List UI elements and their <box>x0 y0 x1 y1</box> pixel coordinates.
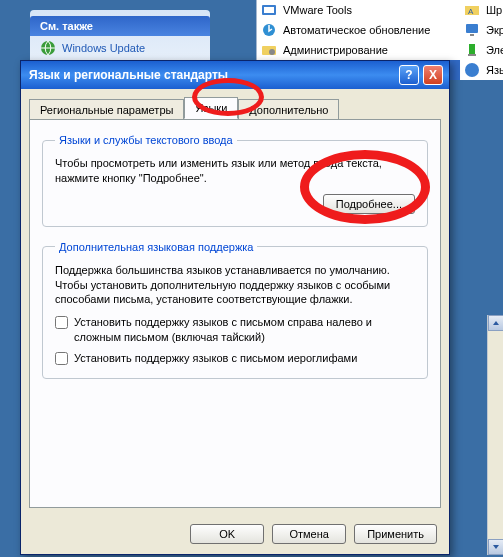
cpl-item-power[interactable]: Элек <box>460 40 503 60</box>
group-supplemental: Дополнительная языковая поддержка Поддер… <box>42 241 428 379</box>
display-icon <box>464 22 480 38</box>
tab-languages[interactable]: Языки <box>184 97 238 119</box>
cpl-item-label: Экра <box>486 24 503 36</box>
see-also-header: См. также <box>30 16 210 36</box>
group-supplemental-desc: Поддержка большинства языков устанавлива… <box>55 263 415 308</box>
checkbox-row-east-asian[interactable]: Установить поддержку языков с письмом ие… <box>55 351 415 366</box>
tab-regional[interactable]: Региональные параметры <box>29 99 184 121</box>
tab-body: Языки и службы текстового ввода Чтобы пр… <box>29 119 441 508</box>
regional-settings-dialog: Язык и региональные стандарты ? X Регион… <box>20 60 450 555</box>
chevron-up-icon <box>492 319 500 327</box>
sidebar-item-windows-update[interactable]: Windows Update <box>30 36 210 60</box>
vmware-icon <box>261 2 277 18</box>
cpl-item-label: Шри <box>486 4 503 16</box>
apply-button[interactable]: Применить <box>354 524 437 544</box>
see-also-panel: См. также Windows Update <box>30 10 210 66</box>
power-icon <box>464 42 480 58</box>
dialog-button-row: OK Отмена Применить <box>21 516 449 554</box>
tab-advanced[interactable]: Дополнительно <box>238 99 339 121</box>
group-supplemental-legend: Дополнительная языковая поддержка <box>55 241 257 253</box>
globe-icon <box>464 62 480 78</box>
group-text-services: Языки и службы текстового ввода Чтобы пр… <box>42 134 428 227</box>
svg-rect-11 <box>469 44 475 54</box>
scroll-up-button[interactable] <box>488 315 503 331</box>
close-button[interactable]: X <box>423 65 443 85</box>
svg-rect-12 <box>468 54 476 56</box>
svg-rect-9 <box>466 24 478 33</box>
checkbox-rtl[interactable] <box>55 316 68 329</box>
close-icon: X <box>429 68 437 82</box>
cpl-item-regional[interactable]: Язык <box>460 60 503 80</box>
control-panel-list-col2: A Шри Экра Элек Язык <box>460 0 503 80</box>
scroll-down-button[interactable] <box>488 539 503 555</box>
cpl-item-display[interactable]: Экра <box>460 20 503 40</box>
gear-folder-icon <box>261 42 277 58</box>
tab-bar: Региональные параметры Языки Дополнитель… <box>29 97 441 119</box>
cancel-button[interactable]: Отмена <box>272 524 346 544</box>
scrollbar[interactable] <box>487 315 503 555</box>
group-text-services-desc: Чтобы просмотреть или изменить язык или … <box>55 156 415 186</box>
svg-rect-2 <box>264 7 274 13</box>
checkbox-east-asian-label: Установить поддержку языков с письмом ие… <box>74 351 357 366</box>
sidebar-item-label: Windows Update <box>62 42 145 54</box>
checkbox-row-rtl[interactable]: Установить поддержку языков с письмом сп… <box>55 315 415 345</box>
svg-text:A: A <box>468 7 474 16</box>
checkbox-rtl-label: Установить поддержку языков с письмом сп… <box>74 315 415 345</box>
help-button[interactable]: ? <box>399 65 419 85</box>
chevron-down-icon <box>492 543 500 551</box>
help-icon: ? <box>405 68 412 82</box>
dialog-title: Язык и региональные стандарты <box>27 68 395 82</box>
cpl-item-fonts[interactable]: A Шри <box>460 0 503 20</box>
cpl-item-label: Язык <box>486 64 503 76</box>
globe-icon <box>40 40 56 56</box>
dialog-titlebar[interactable]: Язык и региональные стандарты ? X <box>21 61 449 89</box>
cpl-item-label: Администрирование <box>283 44 388 56</box>
cpl-item-label: Элек <box>486 44 503 56</box>
svg-point-13 <box>465 63 479 77</box>
fonts-icon: A <box>464 2 480 18</box>
svg-rect-10 <box>470 34 474 36</box>
group-text-services-legend: Языки и службы текстового ввода <box>55 134 237 146</box>
details-button[interactable]: Подробнее... <box>323 194 415 214</box>
checkbox-east-asian[interactable] <box>55 352 68 365</box>
cpl-item-label: VMware Tools <box>283 4 352 16</box>
cpl-item-label: Автоматическое обновление <box>283 24 430 36</box>
ok-button[interactable]: OK <box>190 524 264 544</box>
globe-arrow-icon <box>261 22 277 38</box>
svg-point-5 <box>269 49 275 55</box>
